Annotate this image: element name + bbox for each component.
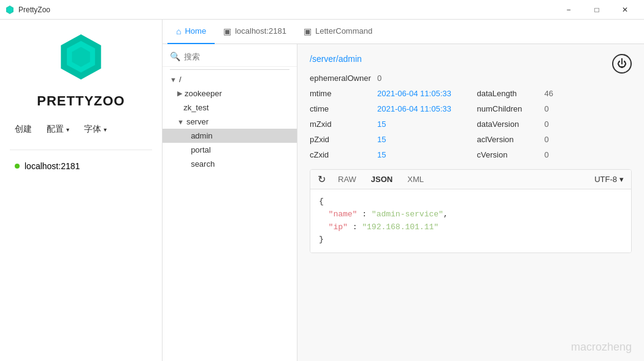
home-icon: ⌂ <box>176 26 181 36</box>
letter-icon: ▣ <box>304 26 312 36</box>
datalength-value: 46 <box>545 89 553 98</box>
tree-label-search: search <box>191 159 215 169</box>
mtime-value: 2021-06-04 11:05:33 <box>377 89 451 98</box>
arrow-server: ▼ <box>177 118 184 126</box>
tree-node-root[interactable]: ▼ / <box>163 72 297 86</box>
tree-label-server: server <box>186 117 209 126</box>
power-button[interactable]: ⏻ <box>612 54 632 74</box>
logo-text: PRETTYZOO <box>37 93 125 109</box>
status-dot <box>15 164 20 169</box>
ctime-value: 2021-06-04 11:05:33 <box>377 104 451 113</box>
window-controls: − □ ✕ <box>554 0 639 20</box>
refresh-button[interactable]: ↻ <box>318 173 326 185</box>
datalength-key: dataLength <box>477 89 539 98</box>
sidebar-divider <box>10 150 152 150</box>
prop-ephemeralowner: ephemeralOwner 0 <box>310 74 465 83</box>
dataversion-value: 0 <box>545 120 549 129</box>
pzxid-key: pZxid <box>310 135 371 144</box>
detail-panel: /server/admin ⏻ ephemeralOwner 0 mtime 2… <box>297 44 644 361</box>
arrow-admin <box>185 132 188 140</box>
czxid-value: 15 <box>377 150 386 159</box>
prop-aclversion: aclVersion 0 <box>477 135 632 144</box>
format-json-button[interactable]: JSON <box>369 173 395 185</box>
prop-cversion: cVersion 0 <box>477 150 632 159</box>
format-raw-button[interactable]: RAW <box>335 173 359 185</box>
server-icon: ▣ <box>223 26 231 36</box>
numchildren-key: numChildren <box>477 104 539 113</box>
tree-label-portal: portal <box>191 145 211 154</box>
logo-hexagon <box>53 32 109 87</box>
pzxid-value: 15 <box>377 135 386 144</box>
encoding-selector[interactable]: UTF-8 ▾ <box>594 175 624 184</box>
cversion-key: cVersion <box>477 150 539 159</box>
server-name: localhost:2181 <box>25 161 80 171</box>
titlebar: PrettyZoo − □ ✕ <box>0 0 644 20</box>
aclversion-key: aclVersion <box>477 135 539 144</box>
server-item-localhost[interactable]: localhost:2181 <box>10 158 152 175</box>
dataversion-key: dataVersion <box>477 120 539 129</box>
tree-node-zktest[interactable]: zk_test <box>163 101 297 115</box>
prop-numchildren: numChildren 0 <box>477 104 632 113</box>
tab-localhost-label: localhost:2181 <box>235 26 286 36</box>
minimize-button[interactable]: − <box>554 0 583 20</box>
arrow-zktest <box>177 104 181 112</box>
tree-label-admin: admin <box>191 131 212 140</box>
tab-home[interactable]: ⌂ Home <box>167 20 215 44</box>
tree-node-zookeeper[interactable]: ▶ zookeeper <box>163 86 297 101</box>
arrow-search <box>185 161 188 168</box>
close-button[interactable]: ✕ <box>611 0 639 20</box>
encoding-arrow: ▾ <box>619 175 624 184</box>
ephemeralowner-value: 0 <box>377 74 381 83</box>
prop-pzxid: pZxid 15 <box>310 135 465 144</box>
node-path: /server/admin <box>310 54 632 64</box>
config-button[interactable]: 配置 ▾ <box>42 121 74 137</box>
tree-node-server[interactable]: ▼ server <box>163 115 297 129</box>
arrow-portal <box>185 146 188 154</box>
tree-panel: 🔍 ▼ / ▶ zookeeper zk_test <box>163 44 297 361</box>
right-panel: ⌂ Home ▣ localhost:2181 ▣ LetterCommand … <box>163 20 644 361</box>
mzxid-value: 15 <box>377 120 386 129</box>
arrow-zookeeper: ▶ <box>177 89 182 97</box>
json-line-3: "ip" : "192.168.101.11" <box>319 221 623 234</box>
prop-mzxid: mZxid 15 <box>310 120 465 129</box>
editor-content: { "name" : "admin-service", "ip" : "192.… <box>310 189 631 253</box>
prop-ctime: ctime 2021-06-04 11:05:33 <box>310 104 465 113</box>
app-icon <box>5 5 15 15</box>
tree-node-admin[interactable]: admin <box>163 129 297 143</box>
app-body: PRETTYZOO 创建 配置 ▾ 字体 ▾ localhost:2181 ⌂ … <box>0 20 644 361</box>
tab-letter-label: LetterCommand <box>315 26 372 36</box>
content-area: 🔍 ▼ / ▶ zookeeper zk_test <box>163 44 644 361</box>
tab-lettercommand[interactable]: ▣ LetterCommand <box>295 20 381 44</box>
aclversion-value: 0 <box>545 135 549 144</box>
prop-dataversion: dataVersion 0 <box>477 120 632 129</box>
search-box: 🔍 <box>163 49 297 67</box>
ctime-key: ctime <box>310 104 371 113</box>
json-line-2: "name" : "admin-service", <box>319 208 623 221</box>
prop-czxid: cZxid 15 <box>310 150 465 159</box>
tab-localhost[interactable]: ▣ localhost:2181 <box>215 20 295 44</box>
create-button[interactable]: 创建 <box>10 121 37 137</box>
numchildren-value: 0 <box>545 104 549 113</box>
editor-area: ↻ RAW JSON XML UTF-8 ▾ { <box>310 169 632 253</box>
search-input[interactable] <box>184 52 289 61</box>
tree-node-portal[interactable]: portal <box>163 143 297 157</box>
logo-area: PRETTYZOO <box>10 32 152 109</box>
json-line-4: } <box>319 234 623 246</box>
arrow-root: ▼ <box>170 76 177 83</box>
maximize-button[interactable]: □ <box>583 0 611 20</box>
properties-grid: ephemeralOwner 0 mtime 2021-06-04 11:05:… <box>310 74 632 159</box>
font-button[interactable]: 字体 ▾ <box>79 121 112 137</box>
json-line-1: { <box>319 196 623 208</box>
sidebar-actions: 创建 配置 ▾ 字体 ▾ <box>10 121 152 137</box>
editor-toolbar: ↻ RAW JSON XML UTF-8 ▾ <box>310 170 631 189</box>
sidebar: PRETTYZOO 创建 配置 ▾ 字体 ▾ localhost:2181 <box>0 20 163 361</box>
mtime-key: mtime <box>310 89 371 98</box>
app-title: PrettyZoo <box>18 6 554 14</box>
tree-node-search[interactable]: search <box>163 157 297 171</box>
format-xml-button[interactable]: XML <box>405 173 426 185</box>
czxid-key: cZxid <box>310 150 371 159</box>
tree-label-zookeeper: zookeeper <box>185 89 222 98</box>
cversion-value: 0 <box>545 150 549 159</box>
tab-home-label: Home <box>185 26 206 36</box>
tab-bar: ⌂ Home ▣ localhost:2181 ▣ LetterCommand <box>163 20 644 44</box>
